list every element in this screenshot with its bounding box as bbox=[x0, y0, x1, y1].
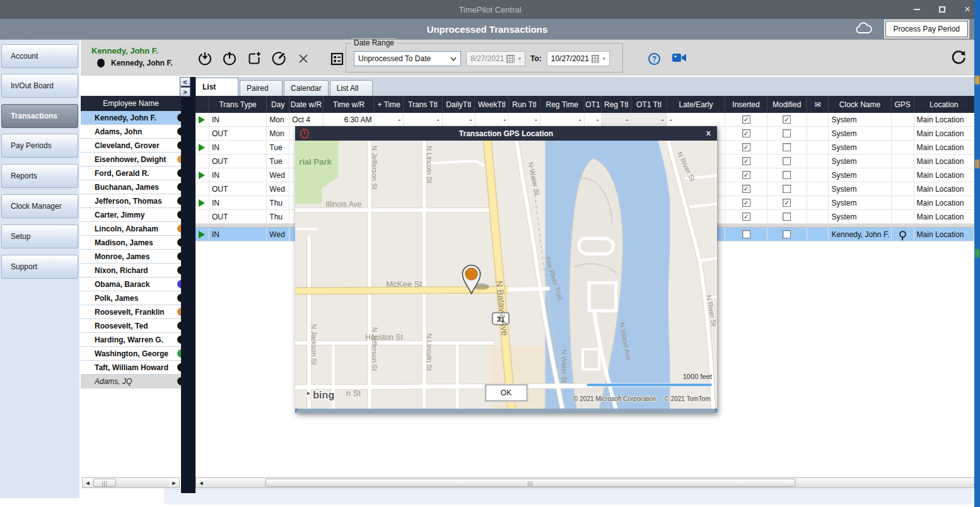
scroll-left-icon[interactable]: ◄ bbox=[83, 478, 93, 487]
cloud-icon[interactable] bbox=[855, 21, 873, 39]
column-header[interactable]: Reg Ttl bbox=[602, 96, 631, 113]
column-header[interactable]: + Time bbox=[375, 96, 404, 113]
table-scrollbar[interactable]: ◄ bbox=[195, 477, 974, 488]
inserted-checkbox[interactable]: ✓ bbox=[742, 143, 750, 151]
employee-row[interactable]: Eisenhower, Dwight bbox=[81, 153, 181, 166]
employee-row[interactable]: Madison, James bbox=[81, 236, 181, 250]
column-header[interactable]: Time w/R bbox=[324, 96, 375, 113]
process-pay-period-button[interactable]: Process Pay Period bbox=[885, 21, 968, 37]
employee-row[interactable]: Roosevelt, Ted bbox=[81, 319, 181, 333]
help-icon[interactable]: ? bbox=[648, 53, 660, 65]
column-header[interactable]: WeekTtl bbox=[475, 96, 509, 113]
column-header[interactable]: Modified bbox=[767, 96, 807, 113]
inserted-checkbox[interactable]: ✓ bbox=[742, 199, 750, 207]
expand-right-icon[interactable]: > bbox=[180, 87, 190, 96]
column-header[interactable]: Day bbox=[267, 96, 289, 113]
sidebar-item-setup[interactable]: Setup bbox=[1, 224, 78, 248]
sidebar-item-reports[interactable]: Reports bbox=[1, 164, 78, 188]
close-icon[interactable]: × bbox=[962, 4, 972, 15]
sidebar-item-account[interactable]: Account bbox=[1, 44, 78, 68]
sidebar-item-pay-periods[interactable]: Pay Periods bbox=[1, 134, 78, 158]
modified-checkbox[interactable] bbox=[783, 213, 791, 221]
date-to-field[interactable]: 10/27/2021 ▼ bbox=[547, 51, 610, 66]
clock-in-icon[interactable] bbox=[197, 51, 213, 66]
employee-row[interactable]: Cleveland, Grover bbox=[81, 139, 181, 153]
minimize-icon[interactable] bbox=[912, 4, 922, 15]
inserted-checkbox[interactable]: ✓ bbox=[742, 115, 750, 124]
column-header[interactable]: GPS bbox=[892, 96, 914, 113]
column-header[interactable]: Trans Type bbox=[209, 96, 267, 113]
sidebar-item-clock-manager[interactable]: Clock Manager bbox=[1, 194, 78, 218]
employee-list-scrollbar[interactable]: ◄ ► bbox=[82, 477, 180, 488]
modified-checkbox[interactable] bbox=[783, 171, 791, 179]
inserted-checkbox[interactable]: ✓ bbox=[742, 213, 750, 221]
employee-row[interactable]: Lincoln, Abraham bbox=[81, 222, 181, 236]
employee-row[interactable]: Ford, Gerald R. bbox=[81, 166, 181, 180]
modified-checkbox[interactable] bbox=[783, 185, 791, 193]
table-row[interactable]: INMonOct 46:30 AM----------✓✓SystemMain … bbox=[195, 113, 974, 127]
tab-list[interactable]: List bbox=[195, 78, 238, 96]
edit-transaction-icon[interactable] bbox=[271, 51, 286, 66]
date-range-preset-select[interactable]: Unprocessed To Date bbox=[354, 51, 461, 66]
employee-row[interactable]: Polk, James bbox=[81, 291, 181, 305]
add-transaction-icon[interactable] bbox=[247, 51, 262, 66]
tab-paired[interactable]: Paired bbox=[240, 80, 283, 96]
column-header[interactable]: OT1 bbox=[585, 96, 602, 113]
inserted-checkbox[interactable]: ✓ bbox=[742, 185, 750, 193]
sidebar-item-support[interactable]: Support bbox=[1, 255, 78, 279]
refresh-icon[interactable] bbox=[950, 50, 967, 69]
employee-row[interactable]: Monroe, James bbox=[81, 250, 181, 264]
tab-calendar[interactable]: Calendar bbox=[284, 80, 329, 96]
modified-checkbox[interactable] bbox=[783, 157, 791, 165]
employee-row[interactable]: Roosevelt, Franklin bbox=[81, 305, 181, 319]
date-from-field[interactable]: 8/27/2021 ▼ bbox=[466, 51, 525, 66]
column-header[interactable]: Reg Time bbox=[540, 96, 585, 113]
employee-row[interactable]: Adams, JQ bbox=[81, 375, 181, 388]
employee-row[interactable]: Buchanan, James bbox=[81, 180, 181, 194]
column-header[interactable]: DailyTtl bbox=[443, 96, 475, 113]
maximize-icon[interactable] bbox=[937, 4, 947, 15]
column-header[interactable]: Clock Name bbox=[829, 96, 891, 113]
column-header[interactable]: Late/Early bbox=[667, 96, 725, 113]
map[interactable]: 31 rial ParkIllinois AveMcKee StHouston … bbox=[295, 141, 717, 409]
column-header[interactable]: Location bbox=[914, 96, 974, 113]
column-header[interactable]: Trans Ttl bbox=[404, 96, 443, 113]
gps-pin-icon[interactable] bbox=[899, 231, 906, 238]
transaction-details-icon[interactable] bbox=[329, 51, 344, 66]
inserted-checkbox[interactable]: ✓ bbox=[742, 171, 750, 179]
inserted-checkbox[interactable]: ✓ bbox=[742, 157, 750, 165]
modified-checkbox[interactable] bbox=[783, 143, 791, 151]
employee-row[interactable]: Obama, Barack bbox=[81, 277, 181, 291]
ok-button[interactable]: OK bbox=[486, 385, 527, 401]
modified-checkbox[interactable]: ✓ bbox=[783, 115, 791, 124]
scroll-right-icon[interactable]: ► bbox=[169, 478, 179, 487]
sidebar-item-in-out-board[interactable]: In/Out Board bbox=[1, 74, 78, 98]
collapse-left-icon[interactable]: < bbox=[180, 77, 190, 86]
column-header[interactable]: Run Ttl bbox=[509, 96, 540, 113]
sidebar-item-transactions[interactable]: Transactions bbox=[1, 104, 78, 128]
column-header[interactable]: Inserted bbox=[725, 96, 767, 113]
inserted-checkbox[interactable]: ✓ bbox=[742, 129, 750, 137]
column-header[interactable]: Date w/R bbox=[289, 96, 324, 113]
modified-checkbox[interactable] bbox=[783, 129, 791, 137]
employee-row[interactable]: Washington, George bbox=[81, 347, 181, 361]
column-header-mail-icon[interactable]: ✉ bbox=[807, 96, 829, 113]
employee-row[interactable]: Nixon, Richard bbox=[81, 264, 181, 277]
column-header[interactable] bbox=[195, 96, 209, 113]
employee-row[interactable]: Adams, John bbox=[81, 125, 181, 139]
employee-row[interactable]: Harding, Warren G. bbox=[81, 333, 181, 347]
modified-checkbox[interactable]: ✓ bbox=[783, 199, 791, 207]
scroll-left-icon[interactable]: ◄ bbox=[196, 478, 206, 487]
delete-transaction-icon[interactable] bbox=[296, 51, 311, 66]
employee-row[interactable]: Carter, Jimmy bbox=[81, 208, 181, 222]
clock-out-icon[interactable] bbox=[222, 51, 237, 66]
employee-row[interactable]: Jefferson, Thomas bbox=[81, 194, 181, 208]
employee-row[interactable]: Taft, William Howard bbox=[81, 361, 181, 375]
modified-checkbox[interactable] bbox=[783, 230, 791, 238]
column-header[interactable]: OT1 Ttl bbox=[631, 96, 667, 113]
employee-row[interactable]: Kennedy, John F. bbox=[81, 111, 181, 125]
tab-list-all[interactable]: List All bbox=[330, 80, 373, 96]
inserted-checkbox[interactable] bbox=[742, 230, 750, 238]
video-camera-icon[interactable] bbox=[672, 52, 687, 66]
dialog-close-icon[interactable]: x bbox=[706, 128, 711, 137]
